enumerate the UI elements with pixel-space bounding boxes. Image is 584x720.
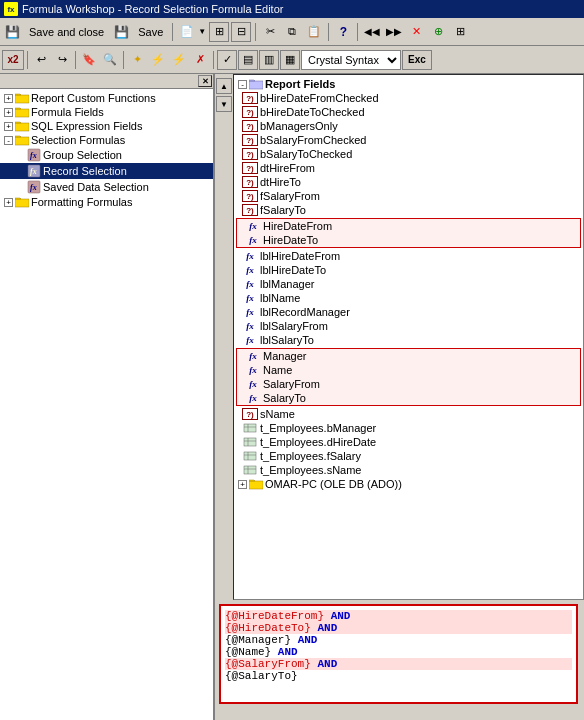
new-doc-icon[interactable]: 📄 [177,22,197,42]
field-t-employees-fSalary[interactable]: t_Employees.fSalary [234,449,583,463]
formula-line-1: {@HireDateFrom} AND [225,610,572,622]
x2-button[interactable]: x2 [2,50,24,70]
db-icon-3 [242,450,258,462]
db-icon-4 [242,464,258,476]
field-dtHireTo[interactable]: ?) dtHireTo [234,175,583,189]
expand-icon-formula-fields[interactable]: + [4,108,13,117]
sidebar-item-report-custom-functions[interactable]: + Report Custom Functions [0,91,213,105]
save-disk-icon: 💾 [2,22,22,42]
field-bHireDateFromChecked[interactable]: ?) bHireDateFromChecked [234,91,583,105]
bookmark-icon[interactable]: 🔖 [79,50,99,70]
nav-right-icon[interactable]: ▶▶ [384,22,404,42]
display-icon[interactable]: ▤ [238,50,258,70]
field-bHireDateToChecked[interactable]: ?) bHireDateToChecked [234,105,583,119]
field-label-bManagersOnly: bManagersOnly [260,120,338,132]
expand-icon-formatting[interactable]: + [4,198,13,207]
fields-tree: - Report Fields ?) bHireDateFromChecked … [233,74,584,600]
field-lblHireDateTo[interactable]: fx lblHireDateTo [234,263,583,277]
toolbar-2: x2 ↩ ↪ 🔖 🔍 ✦ ⚡ ⚡ ✗ ✓ ▤ ▥ ▦ Crystal Synta… [0,46,584,74]
svg-rect-3 [15,137,29,145]
nav-left-icon[interactable]: ◀◀ [362,22,382,42]
report-fields-icon[interactable]: ⊞ [209,22,229,42]
help2-icon[interactable]: ⊕ [428,22,448,42]
field-bSalaryToChecked[interactable]: ?) bSalaryToChecked [234,147,583,161]
field-Manager[interactable]: fx Manager [237,349,580,363]
format2-icon[interactable]: ⚡ [169,50,189,70]
sidebar-label-formatting: Formatting Formulas [31,196,132,208]
expand-icon-sql[interactable]: + [4,122,13,131]
help-icon[interactable]: ? [333,22,353,42]
formula-line-2: {@HireDateTo} AND [225,622,572,634]
report-icon[interactable]: ▥ [259,50,279,70]
report-fields-header[interactable]: - Report Fields [234,77,583,91]
field-fSalaryFrom[interactable]: ?) fSalaryFrom [234,189,583,203]
sidebar-item-record-selection[interactable]: fx Record Selection [0,163,213,179]
field-bManagersOnly[interactable]: ?) bManagersOnly [234,119,583,133]
copy-icon[interactable]: ⧉ [282,22,302,42]
sidebar-item-formatting-formulas[interactable]: + Formatting Formulas [0,195,213,209]
field-t-employees-dHireDate[interactable]: t_Employees.dHireDate [234,435,583,449]
format3-icon[interactable]: ✗ [190,50,210,70]
sidebar-item-saved-data-selection[interactable]: fx Saved Data Selection [0,179,213,195]
table-icon[interactable]: ▦ [280,50,300,70]
param-icon-7: ?) [242,176,258,188]
find-icon[interactable]: 🔍 [100,50,120,70]
field-HireDateFrom[interactable]: fx HireDateFrom [237,219,580,233]
auto-format-icon[interactable]: ⚡ [148,50,168,70]
paste-icon[interactable]: 📋 [304,22,324,42]
save-icon-small: 💾 [111,22,131,42]
field-lblName[interactable]: fx lblName [234,291,583,305]
cut-icon[interactable]: ✂ [260,22,280,42]
insert-fields-icon[interactable]: ⊟ [231,22,251,42]
folder-icon-report-custom [15,92,29,104]
field-dtHireFrom[interactable]: ?) dtHireFrom [234,161,583,175]
field-fSalaryTo[interactable]: ?) fSalaryTo [234,203,583,217]
field-lblRecordManager[interactable]: fx lblRecordManager [234,305,583,319]
undo-icon[interactable]: ↩ [31,50,51,70]
expand-icon-report-custom[interactable]: + [4,94,13,103]
expand-icon[interactable]: ⊞ [450,22,470,42]
formula-editor-container: {@HireDateFrom} AND {@HireDateTo} AND {@… [215,600,584,720]
field-lblSalaryTo[interactable]: fx lblSalaryTo [234,333,583,347]
fx-icon-HireDateFrom: fx [245,220,261,232]
field-lblHireDateFrom[interactable]: fx lblHireDateFrom [234,249,583,263]
field-lblManager[interactable]: fx lblManager [234,277,583,291]
field-t-employees-bManager[interactable]: t_Employees.bManager [234,421,583,435]
sidebar-item-sql-expression-fields[interactable]: + SQL Expression Fields [0,119,213,133]
redo-icon[interactable]: ↪ [52,50,72,70]
field-bSalaryFromChecked[interactable]: ?) bSalaryFromChecked [234,133,583,147]
field-label-HireDateFrom: HireDateFrom [263,220,332,232]
left-panel-close-button[interactable]: ✕ [198,75,212,87]
field-sName[interactable]: ?) sName [234,407,583,421]
formula-editor[interactable]: {@HireDateFrom} AND {@HireDateTo} AND {@… [219,604,578,704]
field-HireDateTo[interactable]: fx HireDateTo [237,233,580,247]
field-t-employees-sName[interactable]: t_Employees.sName [234,463,583,477]
save-button[interactable]: Save [133,21,168,43]
nav-down-button[interactable]: ▼ [216,96,232,112]
sidebar-item-formula-fields[interactable]: + Formula Fields [0,105,213,119]
omar-pc-header[interactable]: + OMAR-PC (OLE DB (ADO)) [234,477,583,491]
field-SalaryFrom[interactable]: fx SalaryFrom [237,377,580,391]
wand-icon[interactable]: ✦ [127,50,147,70]
syntax-dropdown[interactable]: Crystal Syntax [301,50,401,70]
field-label-SalaryTo: SalaryTo [263,392,306,404]
fx-icon-lblName: fx [242,292,258,304]
close-icon[interactable]: ✕ [406,22,426,42]
expand-icon-selection[interactable]: - [4,136,13,145]
field-lblSalaryFrom[interactable]: fx lblSalaryFrom [234,319,583,333]
sidebar-item-group-selection[interactable]: fx Group Selection [0,147,213,163]
nav-up-button[interactable]: ▲ [216,78,232,94]
check-syntax-icon[interactable]: ✓ [217,50,237,70]
field-label-t-employees-sName: t_Employees.sName [260,464,362,476]
field-label-Manager: Manager [263,350,306,362]
field-SalaryTo[interactable]: fx SalaryTo [237,391,580,405]
field-Name[interactable]: fx Name [237,363,580,377]
new-doc-dropdown-icon[interactable]: ▼ [197,22,207,42]
sidebar-item-selection-formulas[interactable]: - Selection Formulas [0,133,213,147]
omar-pc-label: OMAR-PC (OLE DB (ADO)) [265,478,402,490]
fx-icon-Manager: fx [245,350,261,362]
extend-icon[interactable]: Exc [402,50,432,70]
expand-report-fields[interactable]: - [238,80,247,89]
expand-omar-pc[interactable]: + [238,480,247,489]
save-and-close-button[interactable]: Save and close [24,21,109,43]
